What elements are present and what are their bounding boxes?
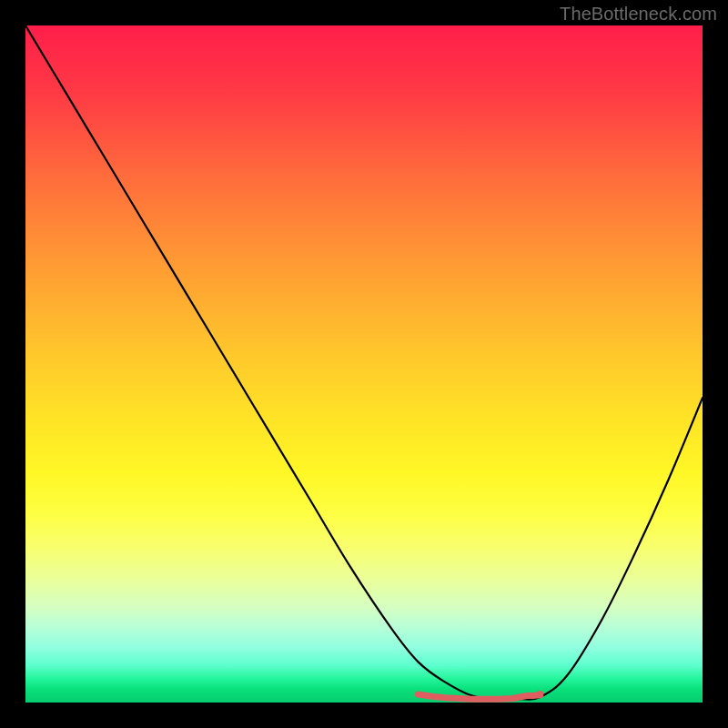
near-zero-band — [419, 694, 541, 699]
chart-frame: TheBottleneck.com — [0, 0, 728, 728]
chart-svg — [25, 25, 703, 703]
svg-point-0 — [536, 691, 543, 698]
marker-dot — [536, 691, 543, 698]
plot-area — [25, 25, 703, 703]
watermark-text: TheBottleneck.com — [560, 4, 717, 25]
curve-line — [25, 25, 703, 700]
